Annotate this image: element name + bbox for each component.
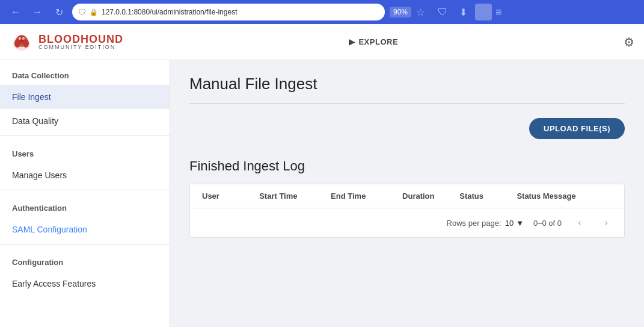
security-icon: 🛡 xyxy=(78,8,86,17)
sidebar-item-file-ingest[interactable]: File Ingest xyxy=(0,85,170,109)
svg-point-8 xyxy=(23,38,25,39)
sidebar-section-users: Users xyxy=(0,139,170,163)
svg-point-7 xyxy=(20,38,21,39)
brand-blood: BLOOD xyxy=(38,33,81,45)
browser-menu-icon[interactable]: ≡ xyxy=(495,6,502,19)
address-bar[interactable]: 🛡 🔒 127.0.0.1:8080/ui/administration/fil… xyxy=(72,4,385,20)
ingest-log-title: Finished Ingest Log xyxy=(189,158,625,174)
sidebar-item-data-quality[interactable]: Data Quality xyxy=(0,109,170,133)
sidebar: Data Collection File Ingest Data Quality… xyxy=(0,60,170,327)
reload-button[interactable]: ↻ xyxy=(51,4,67,20)
sidebar-item-early-access[interactable]: Early Access Features xyxy=(0,272,170,296)
bloodhound-logo xyxy=(10,30,34,54)
explore-button[interactable]: ▶ EXPLORE xyxy=(340,34,406,50)
sidebar-item-manage-users[interactable]: Manage Users xyxy=(0,163,170,187)
rows-per-page: Rows per page: 10 ▼ xyxy=(447,219,524,228)
explore-label: EXPLORE xyxy=(358,37,398,46)
rows-per-page-label: Rows per page: xyxy=(447,219,501,228)
bookmark-icon[interactable]: ☆ xyxy=(416,7,425,18)
profile-avatar[interactable] xyxy=(475,4,492,20)
col-status-message: Status Message xyxy=(517,192,612,201)
ingest-log-table: User Start Time End Time Duration Status… xyxy=(189,184,625,238)
page-info: 0–0 of 0 xyxy=(533,219,562,228)
table-footer: Rows per page: 10 ▼ 0–0 of 0 ‹ › xyxy=(190,208,624,237)
chevron-down-icon: ▼ xyxy=(516,219,524,228)
forward-button[interactable]: → xyxy=(29,4,46,20)
main-area: Data Collection File Ingest Data Quality… xyxy=(0,60,644,327)
lock-icon: 🔒 xyxy=(90,8,98,16)
divider-2 xyxy=(0,190,170,190)
sidebar-section-authentication: Authentication xyxy=(0,193,170,217)
url-text: 127.0.0.1:8080/ui/administration/file-in… xyxy=(102,8,237,16)
top-nav: BLOODHOUND COMMUNITY EDITION ▶ EXPLORE ⚙ xyxy=(0,24,644,60)
rows-per-page-value: 10 xyxy=(505,219,514,228)
table-header: User Start Time End Time Duration Status… xyxy=(190,184,624,208)
sidebar-section-data-collection: Data Collection xyxy=(0,60,170,85)
content-area: Manual File Ingest UPLOAD FILE(S) Finish… xyxy=(170,60,644,327)
upload-files-button[interactable]: UPLOAD FILE(S) xyxy=(529,118,625,139)
col-status: Status xyxy=(459,192,517,201)
wallet-icon[interactable]: 🛡 xyxy=(434,4,451,20)
col-duration: Duration xyxy=(402,192,459,201)
brand-sub: COMMUNITY EDITION xyxy=(38,45,123,50)
brand-name: BLOODHOUND xyxy=(38,34,123,45)
prev-page-button[interactable]: ‹ xyxy=(571,214,588,231)
settings-icon[interactable]: ⚙ xyxy=(624,35,634,49)
page-divider-1 xyxy=(189,103,625,104)
col-user: User xyxy=(202,192,259,201)
explore-icon: ▶ xyxy=(349,37,355,46)
app-wrapper: BLOODHOUND COMMUNITY EDITION ▶ EXPLORE ⚙… xyxy=(0,24,644,327)
page-title: Manual File Ingest xyxy=(189,75,625,93)
zoom-button[interactable]: 90% xyxy=(390,7,411,17)
divider-3 xyxy=(0,244,170,244)
next-page-button[interactable]: › xyxy=(598,214,615,231)
divider-1 xyxy=(0,135,170,136)
logo-text: BLOODHOUND COMMUNITY EDITION xyxy=(38,34,123,50)
upload-row: UPLOAD FILE(S) xyxy=(189,118,625,139)
logo-area: BLOODHOUND COMMUNITY EDITION xyxy=(10,30,123,54)
sidebar-section-configuration: Configuration xyxy=(0,247,170,272)
sidebar-item-saml-config[interactable]: SAML Configuration xyxy=(0,217,170,241)
browser-chrome: ← → ↻ 🛡 🔒 127.0.0.1:8080/ui/administrati… xyxy=(0,0,644,24)
svg-point-9 xyxy=(20,40,23,42)
download-icon[interactable]: ⬇ xyxy=(455,4,471,20)
col-end-time: End Time xyxy=(331,192,402,201)
back-button[interactable]: ← xyxy=(7,4,24,20)
brand-hound: HOUND xyxy=(81,33,123,45)
col-start-time: Start Time xyxy=(259,192,331,201)
rows-per-page-select[interactable]: 10 ▼ xyxy=(505,219,524,228)
browser-actions: 🛡 ⬇ ≡ xyxy=(434,4,502,20)
